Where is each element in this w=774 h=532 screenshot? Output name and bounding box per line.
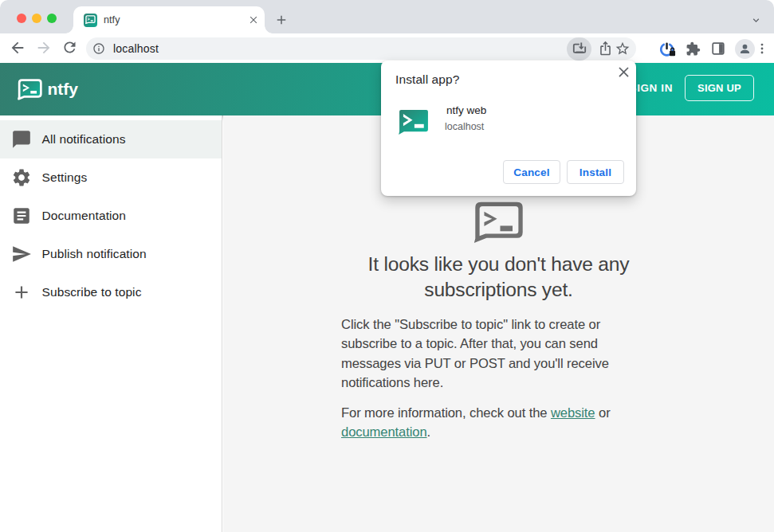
install-app-button[interactable] <box>567 37 591 61</box>
sidebar-item-subscribe-to-topic[interactable]: Subscribe to topic <box>0 273 222 311</box>
url-text[interactable]: localhost <box>113 42 567 55</box>
site-info-icon[interactable] <box>92 42 106 56</box>
sign-up-button[interactable]: SIGN UP <box>685 75 754 101</box>
tab-search-chevron-icon[interactable] <box>750 14 762 26</box>
dialog-close-icon[interactable] <box>615 64 632 80</box>
tab-title: ntfy <box>104 14 247 25</box>
ntfy-logo-outline-icon <box>473 201 524 244</box>
browser-window: ntfy localhost <box>0 0 774 532</box>
sidebar-item-publish-notification[interactable]: Publish notification <box>0 235 222 273</box>
navigation-sidebar: All notificationsSettingsDocumentationPu… <box>0 115 222 532</box>
password-manager-icon[interactable] <box>658 40 676 57</box>
dialog-title: Install app? <box>395 72 459 87</box>
empty-state: It looks like you don't have anysubscrip… <box>341 201 656 443</box>
tab-strip: ntfy <box>0 0 774 33</box>
empty-state-heading: It looks like you don't have anysubscrip… <box>341 252 656 303</box>
link-documentation[interactable]: documentation <box>341 424 427 440</box>
plus-icon <box>11 282 32 303</box>
sidebar-item-all-notifications[interactable]: All notifications <box>0 120 222 158</box>
sidebar-item-documentation[interactable]: Documentation <box>0 197 222 235</box>
side-panel-icon[interactable] <box>709 40 727 57</box>
empty-state-paragraph-2: For more information, check out the webs… <box>341 404 656 443</box>
sidebar-item-label: Subscribe to topic <box>42 285 142 299</box>
cancel-button[interactable]: Cancel <box>503 160 560 184</box>
send-icon <box>11 244 32 264</box>
address-bar[interactable]: localhost <box>86 37 636 60</box>
bookmark-star-button[interactable] <box>615 41 631 57</box>
tab-favicon-icon <box>84 14 97 27</box>
link-website[interactable]: website <box>551 405 595 421</box>
brand-name: ntfy <box>48 80 79 99</box>
gear-icon <box>11 167 32 188</box>
install-button[interactable]: Install <box>567 160 624 184</box>
back-button[interactable] <box>9 39 28 58</box>
browser-tab[interactable]: ntfy <box>73 6 265 33</box>
dialog-app-icon <box>399 109 429 135</box>
article-icon <box>11 205 32 226</box>
ntfy-logo-icon <box>18 79 43 100</box>
chat-bubble-icon <box>11 129 32 150</box>
reload-button[interactable] <box>61 39 81 58</box>
browser-menu-icon[interactable] <box>755 40 769 57</box>
close-window-button[interactable] <box>17 14 26 23</box>
new-tab-button[interactable] <box>274 13 289 27</box>
empty-state-paragraph-1: Click the "Subscribe to topic" link to c… <box>341 315 656 393</box>
fullscreen-window-button[interactable] <box>47 14 57 23</box>
share-button[interactable] <box>598 41 615 57</box>
dialog-app-name: ntfy web <box>446 104 486 116</box>
sidebar-item-label: Publish notification <box>42 247 147 261</box>
profile-avatar[interactable] <box>735 39 755 59</box>
dialog-app-origin: localhost <box>445 121 484 132</box>
install-app-dialog: Install app? ntfy web localhost Cancel I… <box>381 61 636 196</box>
sidebar-item-settings[interactable]: Settings <box>0 158 222 197</box>
sidebar-item-label: Settings <box>42 170 88 185</box>
forward-button[interactable] <box>35 39 54 58</box>
sidebar-item-label: All notifications <box>42 132 126 147</box>
sidebar-item-label: Documentation <box>42 209 127 223</box>
tab-close-icon[interactable] <box>247 14 260 26</box>
minimize-window-button[interactable] <box>32 14 41 23</box>
browser-toolbar: localhost <box>0 33 774 64</box>
extensions-icon[interactable] <box>684 40 701 57</box>
